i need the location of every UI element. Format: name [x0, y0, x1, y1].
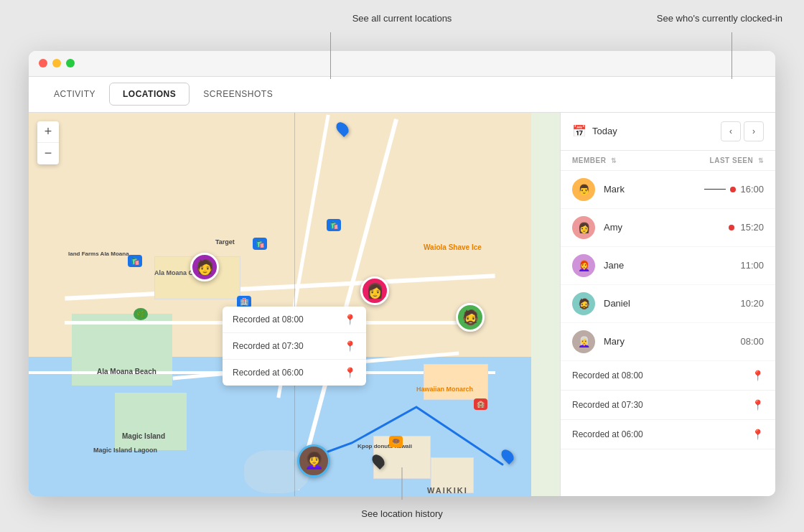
- members-column-header: MEMBER ⇅: [572, 157, 617, 164]
- annotation-see-all-locations: See all current locations: [352, 13, 452, 24]
- annotation-line-bottom: [402, 467, 403, 500]
- map-label-ala-moana-beach: Ala Moana Beach: [97, 368, 156, 375]
- map-background: Ala Moana Center Ala Moana Beach Magic I…: [29, 113, 560, 496]
- map-label-target: Target: [215, 238, 235, 246]
- recorded-text-1: Recorded at 07:30: [572, 400, 643, 410]
- avatar-jane: 👩‍🦰: [572, 254, 595, 277]
- annotation-see-location-history: See location history: [361, 508, 442, 519]
- marker-pin-black: [373, 454, 383, 468]
- name-jane: Jane: [604, 260, 740, 271]
- member-item-daniel[interactable]: 🧔 Daniel 10:20: [561, 285, 775, 323]
- date-picker[interactable]: 📅 Today: [572, 124, 617, 138]
- poi-hotel: 🏨: [474, 398, 487, 410]
- name-amy: Amy: [604, 222, 729, 233]
- last-seen-sort-icon: ⇅: [758, 157, 765, 164]
- marker-pin-blue-end: [502, 449, 513, 463]
- recorded-text-2: Recorded at 06:00: [572, 429, 643, 439]
- time-amy: 15:20: [740, 222, 764, 233]
- member-item-mary[interactable]: 👩‍🦳 Mary 08:00: [561, 323, 775, 361]
- zoom-out-button[interactable]: −: [37, 143, 59, 164]
- popup-text-1: Recorded at 07:30: [233, 341, 304, 351]
- poi-shopping: 🛍️: [327, 219, 341, 231]
- recorded-text-0: Recorded at 08:00: [572, 370, 643, 381]
- poi-food: 🍩: [389, 436, 403, 447]
- annotation-line-top-center: [330, 32, 331, 79]
- tab-screenshots[interactable]: Screenshots: [190, 83, 286, 106]
- popup-item-0: Recorded at 08:00 📍: [223, 307, 366, 333]
- poi-shopping-3: 🛍️: [253, 238, 267, 250]
- right-panel: 📅 Today ‹ › MEMBER ⇅ LAST SEEN ⇅: [560, 113, 775, 496]
- time-mary: 08:00: [740, 336, 764, 347]
- recorded-pin-1: 📍: [752, 399, 764, 411]
- tab-activity[interactable]: ACTIVITY: [40, 83, 109, 106]
- map-park-magic-island: [115, 393, 187, 450]
- map-label-waiola: Waiola Shave Ice: [424, 243, 482, 251]
- recorded-pin-0: 📍: [752, 370, 764, 381]
- status-mark: [704, 187, 740, 192]
- map-label-magic-island-lagoon: Magic Island Lagoon: [93, 447, 157, 454]
- last-seen-column-header: LAST SEEN ⇅: [710, 157, 764, 164]
- map-label-waikiki: WAIKIKI: [427, 486, 468, 495]
- popup-item-1: Recorded at 07:30 📍: [223, 333, 366, 360]
- location-popup: Recorded at 08:00 📍 Recorded at 07:30 📍 …: [223, 307, 366, 386]
- member-item-amy[interactable]: 👩 Amy 15:20: [561, 209, 775, 247]
- name-daniel: Daniel: [604, 298, 740, 309]
- recorded-item-2[interactable]: Recorded at 06:00 📍: [561, 420, 775, 449]
- map-label-land-farms: land Farms Ala Moana: [68, 251, 129, 257]
- popup-pin-2: 📍: [344, 367, 356, 378]
- poi-park: 🌿: [134, 308, 148, 320]
- minimize-button[interactable]: [52, 59, 61, 67]
- zoom-in-button[interactable]: +: [37, 121, 59, 143]
- recorded-item-0[interactable]: Recorded at 08:00 📍: [561, 361, 775, 391]
- map-label-hawaiian: Hawaiian Monarch: [416, 386, 473, 393]
- dot-amy: [729, 225, 734, 230]
- member-item-mark[interactable]: 👨 Mark 16:00: [561, 171, 775, 209]
- map-controls: + −: [37, 121, 59, 164]
- map-building-hawaiian: [424, 364, 488, 400]
- time-mark: 16:00: [740, 184, 764, 195]
- titlebar: [29, 51, 775, 77]
- marker-avatar-2: 🧔: [456, 303, 485, 332]
- map-container[interactable]: Ala Moana Center Ala Moana Beach Magic I…: [29, 113, 560, 496]
- dash-line-mark: [704, 189, 726, 190]
- avatar-amy: 👩: [572, 216, 595, 239]
- map-label-kpop: Kpop donuts hawaii: [357, 443, 412, 449]
- date-label: Today: [592, 126, 617, 136]
- panel-header: 📅 Today ‹ ›: [561, 113, 775, 151]
- content-area: Ala Moana Center Ala Moana Beach Magic I…: [29, 113, 775, 496]
- marker-pin-blue-top: [337, 121, 347, 136]
- popup-pin-0: 📍: [344, 314, 356, 325]
- name-mark: Mark: [604, 184, 704, 195]
- next-day-button[interactable]: ›: [744, 121, 764, 141]
- annotation-see-clocked-in: See who's currently clocked-in: [657, 13, 782, 24]
- marker-avatar-4: 👩‍🦱: [297, 444, 330, 477]
- tab-bar: ACTIVITY Locations Screenshots: [29, 77, 775, 113]
- dot-mark: [730, 187, 736, 192]
- recorded-pin-2: 📍: [752, 429, 764, 440]
- name-mary: Mary: [604, 336, 740, 347]
- recorded-item-1[interactable]: Recorded at 07:30 📍: [561, 391, 775, 420]
- avatar-daniel: 🧔: [572, 292, 595, 315]
- member-item-jane[interactable]: 👩‍🦰 Jane 11:00: [561, 247, 775, 285]
- popup-pin-1: 📍: [344, 340, 356, 352]
- nav-arrows: ‹ ›: [721, 121, 764, 141]
- avatar-mark: 👨: [572, 178, 595, 201]
- poi-shopping-2: 🛍️: [128, 255, 142, 267]
- popup-text-0: Recorded at 08:00: [233, 314, 304, 325]
- popup-text-2: Recorded at 06:00: [233, 368, 304, 378]
- popup-item-2: Recorded at 06:00 📍: [223, 360, 366, 386]
- map-label-magic-island: Magic Island: [122, 432, 165, 440]
- close-button[interactable]: [39, 59, 47, 67]
- annotation-line-top-right: [731, 32, 732, 79]
- maximize-button[interactable]: [66, 59, 75, 67]
- time-jane: 11:00: [740, 260, 764, 271]
- tab-locations[interactable]: Locations: [109, 83, 190, 106]
- calendar-icon: 📅: [572, 124, 586, 138]
- avatar-mary: 👩‍🦳: [572, 330, 595, 353]
- marker-avatar-3: 👩: [360, 276, 389, 305]
- marker-avatar-1: 🧑: [190, 253, 219, 281]
- app-window: ACTIVITY Locations Screenshots: [29, 51, 775, 496]
- prev-day-button[interactable]: ‹: [721, 121, 741, 141]
- member-sort-icon: ⇅: [611, 157, 617, 164]
- member-list-header: MEMBER ⇅ LAST SEEN ⇅: [561, 151, 775, 171]
